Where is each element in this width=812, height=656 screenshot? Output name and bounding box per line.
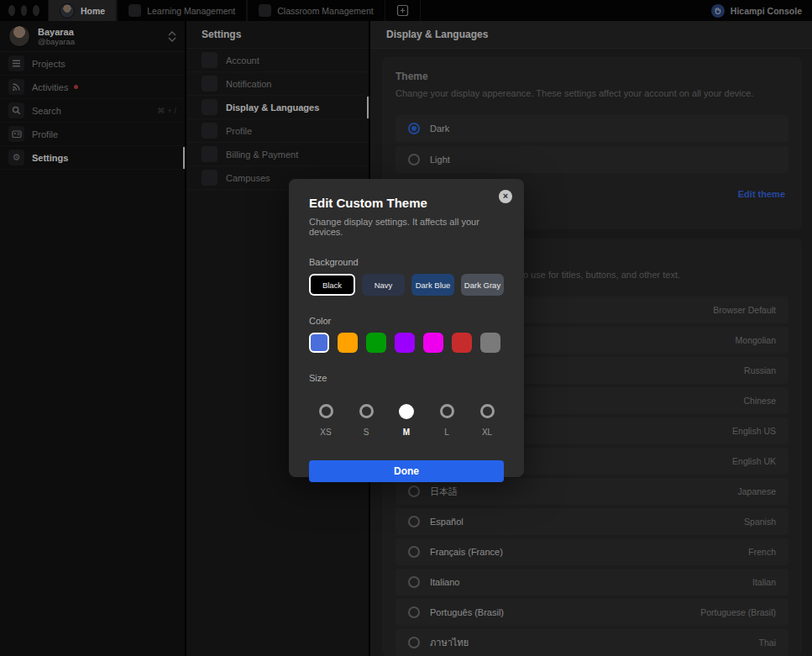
background-label: Background <box>309 257 504 267</box>
color-swatch-blue[interactable] <box>309 333 329 353</box>
color-swatch-orange[interactable] <box>338 333 358 353</box>
background-option-dark-gray[interactable]: Dark Gray <box>461 274 504 296</box>
color-label: Color <box>309 316 504 326</box>
modal-subtitle: Change display settings. It affects all … <box>309 217 504 237</box>
done-button[interactable]: Done <box>309 460 504 482</box>
color-swatch-purple[interactable] <box>395 333 415 353</box>
size-label: Size <box>309 373 504 383</box>
background-option-dark-blue[interactable]: Dark Blue <box>411 274 454 296</box>
color-swatch-magenta[interactable] <box>423 333 443 353</box>
size-option-l[interactable] <box>438 404 455 419</box>
color-swatch-red[interactable] <box>452 333 472 353</box>
size-option-xl[interactable] <box>479 404 495 419</box>
background-options: Black Navy Dark Blue Dark Gray <box>309 274 504 296</box>
size-option-s[interactable] <box>358 404 375 419</box>
color-swatch-green[interactable] <box>366 333 386 353</box>
background-option-navy[interactable]: Navy <box>362 274 405 296</box>
background-option-black[interactable]: Black <box>309 274 355 296</box>
close-icon[interactable]: × <box>499 190 512 203</box>
color-swatch-gray[interactable] <box>480 333 500 353</box>
color-swatches <box>309 333 504 353</box>
size-option-xs[interactable] <box>317 404 334 419</box>
edit-custom-theme-modal: × Edit Custom Theme Change display setti… <box>289 179 524 477</box>
size-options <box>309 404 504 419</box>
modal-title: Edit Custom Theme <box>309 196 504 210</box>
size-option-m[interactable] <box>398 404 415 419</box>
size-option-labels: XS S M L XL <box>309 428 504 437</box>
